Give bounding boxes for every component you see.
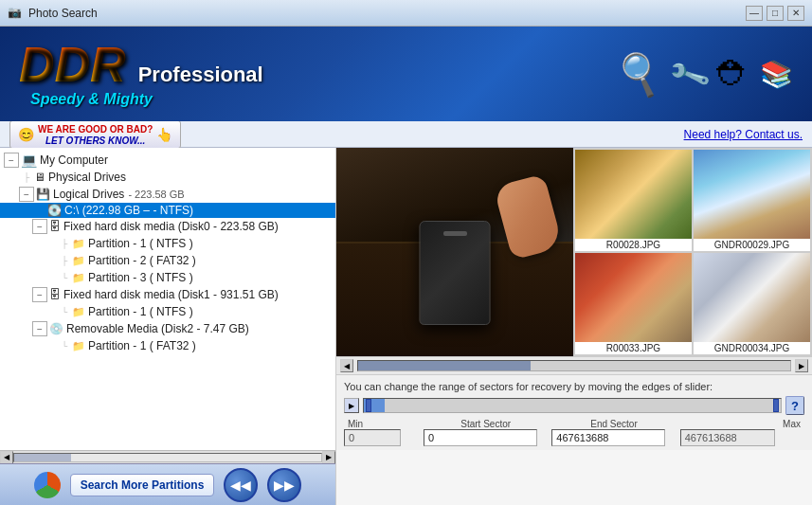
right-panel: R00028.JPG GNDR00029.JPG R00033.JPG GNDR… [336, 148, 812, 505]
min-field-group: Min [344, 419, 420, 446]
maximize-button[interactable]: □ [767, 6, 784, 21]
disk1-icon: 🗄 [49, 288, 61, 301]
hscroll-thumb[interactable] [14, 454, 71, 461]
tree-scroll[interactable]: − 💻 My Computer ├ 🖥 Physical Drives − 💾 … [0, 148, 335, 450]
tree-item-disk0[interactable]: − 🗄 Fixed hard disk media (Disk0 - 223.5… [0, 218, 335, 235]
thumb-r00028[interactable]: R00028.JPG [575, 150, 692, 251]
help-bar: 😊 WE ARE GOOD OR BAD? LET OTHERS KNOW...… [0, 121, 812, 148]
thumb-r00033[interactable]: R00033.JPG [575, 253, 692, 354]
max-input[interactable] [680, 429, 775, 446]
tree-item-disk0-part2[interactable]: ├ 📁 Partition - 2 ( FAT32 ) [0, 252, 335, 269]
pie-chart-icon [34, 472, 61, 498]
max-label: Max [680, 419, 804, 429]
max-field-group: Max [680, 419, 804, 446]
thumb-gndr0034[interactable]: GNDR00034.JPG [694, 253, 810, 354]
thumb-r00033-label: R00033.JPG [575, 342, 692, 354]
start-sector-label: Start Sector [424, 419, 548, 429]
tree-item-disk2-part1[interactable]: └ 📁 Partition - 1 ( FAT32 ) [0, 337, 335, 354]
titlebar-title: Photo Search [28, 7, 746, 20]
tree-item-disk1[interactable]: − 🗄 Fixed hard disk media (Disk1 - 931.5… [0, 286, 335, 303]
end-sector-input[interactable] [551, 429, 665, 446]
start-sector-input[interactable] [424, 429, 537, 446]
thumbnail-scrollbar[interactable] [357, 360, 791, 371]
thumb-r00028-img [575, 150, 692, 239]
close-button[interactable]: ✕ [787, 6, 804, 21]
slider-play-button[interactable]: ▶ [344, 398, 359, 413]
tree-panel: − 💻 My Computer ├ 🖥 Physical Drives − 💾 … [0, 148, 336, 505]
thumb-scroll-left-btn[interactable]: ◀ [340, 359, 353, 372]
disk2p1-icon: 📁 [72, 340, 85, 352]
sector-description: You can change the range of sectors for … [344, 381, 804, 392]
window-controls: — □ ✕ [746, 6, 804, 21]
end-sector-label: End Sector [551, 419, 676, 429]
tree-hscrollbar[interactable]: ◀ ▶ [0, 450, 335, 463]
back-button[interactable]: ◀◀ [224, 468, 258, 502]
slider-right-thumb[interactable] [773, 399, 779, 412]
thumb-gndr0034-img [694, 253, 810, 342]
c-drive-icon: 💽 [47, 204, 62, 217]
hscroll-left[interactable]: ◀ [0, 451, 13, 464]
thumb-r00033-img [575, 253, 692, 342]
tree-item-disk2[interactable]: − 💿 Removable Media (Disk2 - 7.47 GB) [0, 320, 335, 337]
thumb-gndr0034-label: GNDR00034.JPG [694, 342, 810, 354]
preview-content [336, 148, 573, 356]
sector-slider[interactable] [363, 398, 782, 413]
hscroll-track[interactable] [13, 453, 322, 462]
thumb-r00028-label: R00028.JPG [575, 239, 692, 251]
image-area: R00028.JPG GNDR00029.JPG R00033.JPG GNDR… [336, 148, 812, 356]
tree-item-c-drive[interactable]: 💽 C:\ (222.98 GB – - NTFS) [0, 203, 335, 218]
sector-slider-row: ▶ ? [344, 396, 804, 415]
start-sector-group: Start Sector [424, 419, 548, 446]
need-help-link[interactable]: Need help? Contact us. [684, 128, 803, 141]
min-input[interactable] [344, 429, 401, 446]
expand-icon[interactable]: − [4, 153, 19, 168]
main-area: − 💻 My Computer ├ 🖥 Physical Drives − 💾 … [0, 148, 812, 505]
thumb-gndr0029-label: GNDR00029.JPG [694, 239, 810, 251]
tree-item-disk0-part3[interactable]: └ 📁 Partition - 3 ( NTFS ) [0, 269, 335, 286]
tree-item-disk0-part1[interactable]: ├ 📁 Partition - 1 ( NTFS ) [0, 235, 335, 252]
hand-icon: 👆 [156, 127, 172, 142]
thumb-scroll-thumb[interactable] [358, 361, 531, 370]
thumb-gndr0029-img [694, 150, 810, 239]
screwdriver-icon: 🔧 [666, 51, 712, 96]
thumb-gndr0029[interactable]: GNDR00029.JPG [694, 150, 810, 251]
main-preview-image[interactable] [336, 148, 573, 356]
thumb-scroll-right-btn[interactable]: ▶ [795, 359, 808, 372]
line-disk1p1: └ [57, 304, 72, 319]
good-bad-button[interactable]: 😊 WE ARE GOOD OR BAD? LET OTHERS KNOW...… [9, 120, 181, 149]
tree-item-disk1-part1[interactable]: └ 📁 Partition - 1 ( NTFS ) [0, 303, 335, 320]
computer-icon: 💻 [21, 153, 37, 168]
hscroll-right[interactable]: ▶ [322, 451, 335, 464]
disk0-icon: 🗄 [49, 220, 61, 233]
line-part2: ├ [57, 253, 72, 268]
thumbnail-scrollbar-container: ◀ ▶ [336, 356, 812, 374]
end-sector-group: End Sector [551, 419, 676, 446]
minimize-button[interactable]: — [746, 6, 763, 21]
tree-bottom-bar: Search More Partitions ◀◀ ▶▶ [0, 463, 335, 505]
tree-item-physical-drives[interactable]: ├ 🖥 Physical Drives [0, 169, 335, 186]
expand-disk0-icon[interactable]: − [32, 219, 47, 234]
line-icon: ├ [19, 170, 34, 185]
header-banner: DDR Professional Speedy & Mighty 🔍 🔧 ⛑ 📚 [0, 27, 812, 121]
sector-area: You can change the range of sectors for … [336, 374, 812, 450]
sector-fields-row: Min Start Sector End Sector Max [344, 419, 804, 446]
line-part3: └ [57, 270, 72, 285]
header-tools: 🔍 🔧 ⛑ 📚 [618, 53, 793, 95]
tree-item-my-computer[interactable]: − 💻 My Computer [0, 152, 335, 169]
forward-button[interactable]: ▶▶ [267, 468, 301, 502]
logical-drive-icon: 💾 [36, 188, 50, 201]
good-bad-text: WE ARE GOOD OR BAD? LET OTHERS KNOW... [38, 123, 153, 146]
expand-logical-icon[interactable]: − [19, 187, 34, 202]
header-tagline: Speedy & Mighty [30, 91, 263, 108]
search-more-partitions-button[interactable]: Search More Partitions [70, 474, 215, 496]
header-ddr: DDR [19, 40, 126, 89]
slider-left-thumb[interactable] [366, 399, 371, 412]
expand-disk1-icon[interactable]: − [32, 287, 47, 302]
expand-disk2-icon[interactable]: − [32, 321, 47, 336]
partition2-icon: 📁 [72, 255, 85, 267]
app-icon: 📷 [8, 6, 23, 21]
help-question-button[interactable]: ? [785, 396, 804, 415]
partition-icon: 📁 [72, 238, 85, 250]
magnifier-icon: 🔍 [612, 46, 668, 100]
tree-item-logical-drives[interactable]: − 💾 Logical Drives - 223.58 GB [0, 186, 335, 203]
